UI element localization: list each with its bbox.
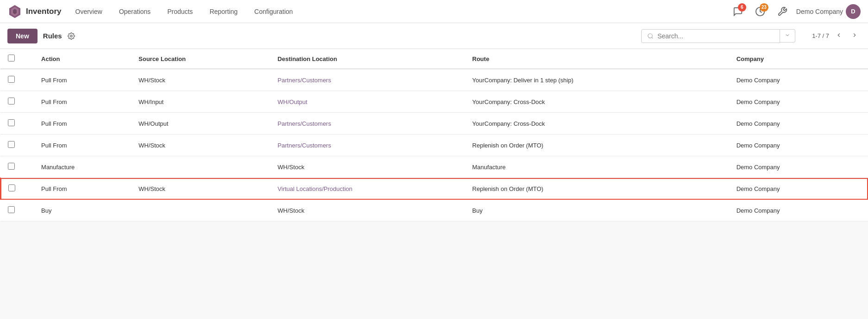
pagination-info: 1-7 / 7 — [812, 32, 829, 39]
table-row[interactable]: Pull FromWH/OutputPartners/CustomersYour… — [0, 113, 868, 135]
new-button[interactable]: New — [7, 29, 37, 43]
table-row[interactable]: Pull FromWH/StockPartners/CustomersYourC… — [0, 69, 868, 91]
row-checkbox-cell[interactable] — [0, 178, 34, 200]
row-destination-location[interactable]: Partners/Customers — [270, 113, 465, 135]
toolbar: New Rules 1-7 / 7 — [0, 23, 868, 49]
header-destination-location: Destination Location — [270, 49, 465, 69]
nav-configuration[interactable]: Configuration — [248, 0, 299, 23]
search-container — [641, 29, 795, 43]
row-route: YourCompany: Deliver in 1 step (ship) — [465, 69, 729, 91]
row-checkbox-cell[interactable] — [0, 91, 34, 113]
pagination: 1-7 / 7 — [812, 31, 861, 41]
nav-overview[interactable]: Overview — [69, 0, 109, 23]
row-action: Pull From — [34, 69, 131, 91]
row-checkbox-cell[interactable] — [0, 156, 34, 178]
row-checkbox-cell[interactable] — [0, 113, 34, 135]
table-container: Action Source Location Destination Locat… — [0, 49, 868, 221]
tools-icon — [777, 6, 787, 17]
row-checkbox[interactable] — [8, 163, 15, 170]
row-destination-location[interactable]: Virtual Locations/Production — [270, 178, 465, 200]
table-row[interactable]: Pull FromWH/InputWH/OutputYourCompany: C… — [0, 91, 868, 113]
row-route: YourCompany: Cross-Dock — [465, 91, 729, 113]
header-route: Route — [465, 49, 729, 69]
row-checkbox[interactable] — [8, 76, 15, 83]
row-checkbox-cell[interactable] — [0, 69, 34, 91]
nav-products[interactable]: Products — [161, 0, 199, 23]
row-destination-location[interactable]: Partners/Customers — [270, 69, 465, 91]
page-title: Rules — [43, 32, 62, 40]
chevron-down-icon — [785, 32, 790, 38]
table-row[interactable]: Pull FromWH/StockVirtual Locations/Produ… — [0, 178, 868, 200]
brand-title: Inventory — [26, 7, 62, 16]
svg-point-5 — [648, 33, 652, 37]
row-route: YourCompany: Cross-Dock — [465, 113, 729, 135]
row-checkbox[interactable] — [8, 98, 15, 104]
row-company: Demo Company — [729, 69, 868, 91]
row-source-location: WH/Input — [131, 91, 270, 113]
gear-icon — [68, 32, 75, 40]
svg-line-6 — [652, 37, 653, 38]
row-action: Pull From — [34, 91, 131, 113]
search-input[interactable] — [657, 32, 774, 40]
row-source-location — [131, 156, 270, 178]
company-selector[interactable]: Demo Company D — [796, 4, 861, 19]
row-checkbox[interactable] — [8, 141, 15, 148]
messages-button[interactable]: 6 — [730, 3, 746, 20]
header-action: Action — [34, 49, 131, 69]
company-name: Demo Company — [796, 8, 843, 15]
row-source-location: WH/Output — [131, 113, 270, 135]
messages-badge: 6 — [738, 3, 746, 12]
settings-gear-button[interactable] — [68, 32, 75, 40]
header-source-location: Source Location — [131, 49, 270, 69]
search-dropdown-button[interactable] — [780, 29, 795, 43]
nav-operations[interactable]: Operations — [112, 0, 157, 23]
row-company: Demo Company — [729, 200, 868, 221]
row-action: Buy — [34, 200, 131, 221]
table-row[interactable]: Pull FromWH/StockPartners/CustomersReple… — [0, 135, 868, 156]
row-action: Pull From — [34, 178, 131, 200]
row-source-location: WH/Stock — [131, 135, 270, 156]
select-all-header[interactable] — [0, 49, 34, 69]
row-company: Demo Company — [729, 135, 868, 156]
activity-badge: 23 — [760, 3, 768, 12]
search-box — [641, 29, 780, 43]
row-checkbox-cell[interactable] — [0, 200, 34, 221]
table-header-row: Action Source Location Destination Locat… — [0, 49, 868, 69]
row-company: Demo Company — [729, 156, 868, 178]
pagination-next-button[interactable] — [849, 31, 861, 41]
top-navigation: Inventory Overview Operations Products R… — [0, 0, 868, 23]
row-destination-location: WH/Stock — [270, 156, 465, 178]
row-destination-location[interactable]: Partners/Customers — [270, 135, 465, 156]
table-row[interactable]: BuyWH/StockBuyDemo Company — [0, 200, 868, 221]
svg-point-4 — [70, 35, 72, 37]
nav-reporting[interactable]: Reporting — [203, 0, 244, 23]
row-route: Replenish on Order (MTO) — [465, 178, 729, 200]
row-route: Manufacture — [465, 156, 729, 178]
row-source-location: WH/Stock — [131, 69, 270, 91]
row-checkbox[interactable] — [8, 184, 15, 191]
row-source-location: WH/Stock — [131, 178, 270, 200]
tools-button[interactable] — [774, 3, 791, 20]
row-action: Manufacture — [34, 156, 131, 178]
search-icon — [647, 33, 654, 39]
rules-table: Action Source Location Destination Locat… — [0, 49, 868, 221]
brand-logo[interactable]: Inventory — [7, 4, 62, 19]
user-avatar: D — [846, 4, 861, 19]
row-checkbox[interactable] — [8, 206, 15, 213]
pagination-prev-button[interactable] — [833, 31, 845, 41]
row-checkbox[interactable] — [8, 119, 15, 126]
table-row[interactable]: ManufactureWH/StockManufactureDemo Compa… — [0, 156, 868, 178]
row-destination-location[interactable]: WH/Output — [270, 91, 465, 113]
activity-button[interactable]: 23 — [752, 3, 768, 20]
brand-icon — [7, 4, 22, 19]
table-body: Pull FromWH/StockPartners/CustomersYourC… — [0, 69, 868, 221]
select-all-checkbox[interactable] — [8, 55, 15, 61]
header-company: Company — [729, 49, 868, 69]
row-route: Buy — [465, 200, 729, 221]
row-checkbox-cell[interactable] — [0, 135, 34, 156]
row-company: Demo Company — [729, 91, 868, 113]
row-destination-location: WH/Stock — [270, 200, 465, 221]
row-action: Pull From — [34, 113, 131, 135]
row-company: Demo Company — [729, 178, 868, 200]
chevron-right-icon — [851, 32, 858, 38]
